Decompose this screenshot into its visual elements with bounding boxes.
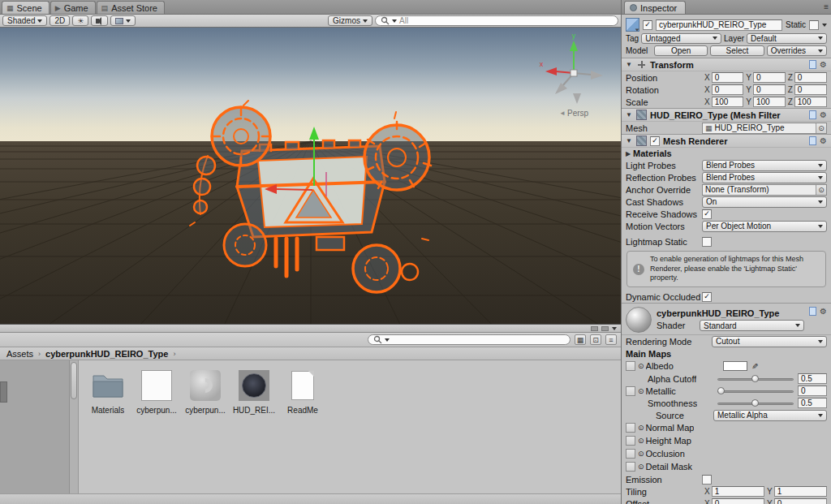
smoothness-field[interactable]: 0.5 xyxy=(798,398,827,408)
lock-icon[interactable]: ⊡ xyxy=(590,334,601,345)
static-dropdown-arrow-icon[interactable] xyxy=(822,24,827,27)
layout-options-icon[interactable] xyxy=(601,326,609,331)
transform-header[interactable]: ▼ Transform ⚙ xyxy=(622,58,831,71)
smoothness-slider[interactable] xyxy=(717,398,794,408)
texture-picker-icon[interactable]: ⊙ xyxy=(638,424,644,432)
project-vertical-scrollbar[interactable] xyxy=(70,360,79,493)
breadcrumb-root[interactable]: Assets xyxy=(6,349,33,359)
position-y-field[interactable]: 0 xyxy=(753,72,786,83)
scene-search-input[interactable]: All xyxy=(375,15,618,26)
scrollbar-thumb[interactable] xyxy=(71,362,77,399)
static-checkbox[interactable] xyxy=(809,20,819,30)
slider-thumb[interactable] xyxy=(751,375,759,382)
offset-x-field[interactable]: 0 xyxy=(712,498,764,504)
gear-icon[interactable]: ⚙ xyxy=(820,136,827,145)
menu-icon[interactable]: ≡ xyxy=(605,334,617,345)
tab-scene[interactable]: ▦ Scene xyxy=(2,1,50,14)
texture-picker-icon[interactable]: ⊙ xyxy=(638,387,644,395)
anchor-override-field[interactable]: None (Transform) ⊙ xyxy=(702,184,827,196)
occlusion-texture-slot[interactable] xyxy=(626,449,635,459)
motion-vectors-dropdown[interactable]: Per Object Motion xyxy=(702,221,827,232)
help-icon[interactable] xyxy=(809,136,816,145)
gear-icon[interactable]: ⚙ xyxy=(820,60,827,69)
mesh-renderer-enabled-checkbox[interactable]: ✓ xyxy=(650,136,660,146)
menu-icon[interactable]: ≡ xyxy=(824,2,829,11)
scene-viewport[interactable]: y x ◄ Persp xyxy=(0,28,621,325)
object-picker-icon[interactable]: ⊙ xyxy=(816,123,826,133)
open-button[interactable]: Open xyxy=(654,45,708,56)
active-checkbox[interactable]: ✓ xyxy=(643,20,652,30)
texture-picker-icon[interactable]: ⊙ xyxy=(638,450,644,458)
gizmos-dropdown[interactable]: Gizmos xyxy=(328,15,372,26)
scale-x-field[interactable]: 100 xyxy=(712,97,744,107)
receive-shadows-checkbox[interactable]: ✓ xyxy=(702,209,712,219)
folder-column-handle[interactable] xyxy=(0,381,7,403)
grid-view-icon[interactable]: ▦ xyxy=(575,334,586,345)
help-icon[interactable] xyxy=(809,307,816,316)
layer-dropdown[interactable]: Default xyxy=(747,33,827,44)
slider-thumb[interactable] xyxy=(717,387,725,394)
slider-thumb[interactable] xyxy=(751,399,759,407)
rendering-mode-dropdown[interactable]: Cutout xyxy=(712,336,827,347)
select-button[interactable]: Select xyxy=(710,45,764,56)
2d-toggle-button[interactable]: 2D xyxy=(50,15,70,26)
metallic-slider[interactable] xyxy=(717,386,794,396)
tiling-x-field[interactable]: 1 xyxy=(712,486,764,497)
view-options-icon[interactable] xyxy=(591,326,598,331)
cast-shadows-dropdown[interactable]: On xyxy=(702,196,827,208)
asset-item-readme[interactable]: ReadMe xyxy=(280,368,325,415)
effects-dropdown[interactable] xyxy=(110,15,136,26)
project-search-input[interactable] xyxy=(368,334,571,345)
project-folder-column[interactable] xyxy=(0,360,70,493)
tab-asset-store[interactable]: ▤ Asset Store xyxy=(97,1,165,14)
emission-checkbox[interactable] xyxy=(702,475,712,485)
scale-y-field[interactable]: 100 xyxy=(753,97,786,107)
albedo-texture-slot[interactable] xyxy=(626,361,635,371)
texture-picker-icon[interactable]: ⊙ xyxy=(638,362,644,370)
orientation-gizmo[interactable]: y x ◄ Persp xyxy=(535,31,613,122)
alpha-cutoff-slider[interactable] xyxy=(717,374,794,384)
foldout-arrow-icon[interactable]: ▼ xyxy=(626,137,633,144)
lighting-toggle-button[interactable]: ☀ xyxy=(72,15,88,26)
help-icon[interactable] xyxy=(809,60,816,69)
asset-item-texture-hud[interactable]: HUD_REI... xyxy=(231,368,277,415)
reflection-probes-dropdown[interactable]: Blend Probes xyxy=(702,172,827,183)
metallic-texture-slot[interactable] xyxy=(626,386,635,396)
asset-item-model[interactable]: cyberpun... xyxy=(183,368,228,415)
mesh-renderer-header[interactable]: ▼ ✓ Mesh Renderer ⚙ xyxy=(622,134,831,148)
rotation-y-field[interactable]: 0 xyxy=(753,84,786,95)
lightmap-static-checkbox[interactable] xyxy=(702,237,712,247)
offset-y-field[interactable]: 0 xyxy=(774,498,827,504)
light-probes-dropdown[interactable]: Blend Probes xyxy=(702,160,827,171)
material-header[interactable]: cyberpunkHUD_REIRO_Type Shader Standard … xyxy=(622,303,831,334)
metallic-field[interactable]: 0 xyxy=(798,386,827,396)
detail-mask-texture-slot[interactable] xyxy=(626,462,635,472)
overrides-dropdown[interactable]: Overrides xyxy=(767,45,827,56)
rotation-z-field[interactable]: 0 xyxy=(794,84,827,95)
chevron-down-icon[interactable] xyxy=(612,327,617,330)
tab-game[interactable]: ▶ Game xyxy=(50,1,96,14)
help-icon[interactable] xyxy=(809,110,816,119)
tab-inspector[interactable]: Inspector xyxy=(624,1,686,14)
gameobject-icon[interactable] xyxy=(626,18,639,32)
name-field[interactable]: cyberpunkHUD_REIRO_Type xyxy=(656,19,782,31)
position-x-field[interactable]: 0 xyxy=(712,72,744,83)
object-picker-icon[interactable]: ⊙ xyxy=(816,185,826,195)
texture-picker-icon[interactable]: ⊙ xyxy=(638,437,644,445)
tiling-y-field[interactable]: 1 xyxy=(774,486,827,497)
source-dropdown[interactable]: Metallic Alpha xyxy=(713,410,827,421)
texture-picker-icon[interactable]: ⊙ xyxy=(638,463,644,471)
foldout-arrow-icon[interactable]: ▼ xyxy=(626,111,633,118)
mesh-filter-header[interactable]: ▼ HUD_REIRO_Type (Mesh Filter ⚙ xyxy=(622,108,831,122)
breadcrumb-folder[interactable]: cyberpunkHUD_REIRO_Type xyxy=(45,349,168,359)
gear-icon[interactable]: ⚙ xyxy=(820,110,827,119)
albedo-color-swatch[interactable] xyxy=(723,361,747,371)
height-map-texture-slot[interactable] xyxy=(626,436,635,446)
mesh-object-field[interactable]: ▦ HUD_REIRO_Type ⊙ xyxy=(702,123,827,134)
rotation-x-field[interactable]: 0 xyxy=(712,84,744,95)
asset-item-texture-white[interactable]: cyberpun... xyxy=(134,368,179,415)
alpha-cutoff-field[interactable]: 0.5 xyxy=(798,373,827,384)
normal-map-texture-slot[interactable] xyxy=(626,423,635,433)
shader-dropdown[interactable]: Standard xyxy=(700,320,804,331)
gear-icon[interactable]: ⚙ xyxy=(820,307,827,316)
